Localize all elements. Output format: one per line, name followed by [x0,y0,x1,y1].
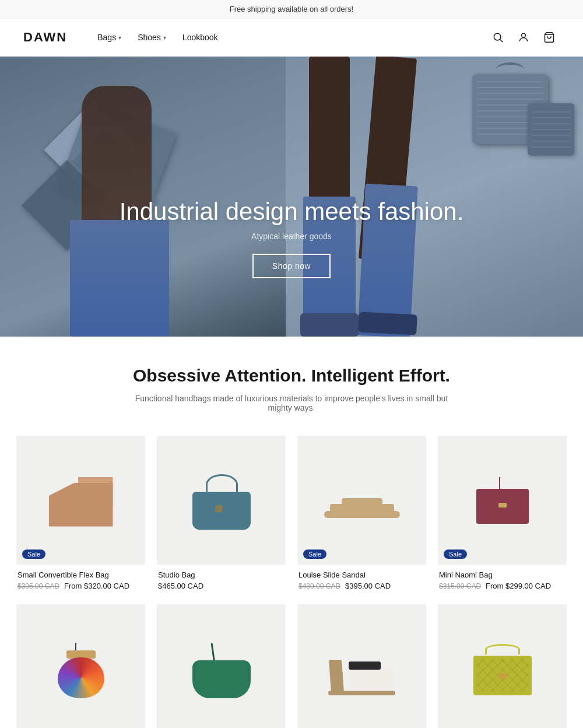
hero-side-bag [528,103,574,156]
banner-text: Free shipping available on all orders! [230,5,353,13]
header-icons [487,27,560,48]
shoe-strap [349,662,381,670]
product-image-wrap: Sale [16,436,145,565]
section-description: Functional handbags made of luxurious ma… [128,394,455,412]
price-current: $465.00 CAD [158,582,203,590]
product-prices: $315.00 CAD From $299.00 CAD [439,582,566,590]
product-info: Mini Naomi Bag $315.00 CAD From $299.00 … [438,565,567,593]
product-info: Small Convertible Flex Bag $395.00 CAD F… [16,565,145,593]
hero-shoe-left [300,313,359,337]
product-grid: Sale Small Convertible Flex Bag $395.00 … [0,430,583,728]
sandal-sole [324,511,400,518]
product-image-wrap [157,604,286,728]
product-illustration [157,436,286,565]
hero-shoe-right [358,312,417,335]
product-card[interactable]: Sale Mini Naomi Bag $315.00 CAD From $29… [432,430,573,598]
product-illustration [16,604,145,728]
hero-text-overlay: Industrial design meets fashion. Atypica… [117,198,466,278]
bag-naomi-graphic [473,477,532,524]
nav-item-bags[interactable]: Bags ▾ [90,28,128,47]
bag-clasp [498,503,507,508]
bag-body [58,657,104,698]
nav-item-lookbook[interactable]: Lookbook [175,28,225,47]
product-illustration [157,604,286,728]
product-prices: $395.00 CAD From $320.00 CAD [17,582,144,590]
price-original: $430.00 CAD [298,582,340,590]
product-illustration [438,436,567,565]
price-original: $315.00 CAD [439,582,481,590]
product-card[interactable]: Studio Bag $465.00 CAD [151,430,292,598]
product-image-wrap [157,436,286,565]
bag-clasp [215,505,222,512]
bag-brick-graphic [470,643,535,695]
nav-bags-label: Bags [97,33,116,42]
svg-point-0 [494,33,501,40]
product-card[interactable]: Sale Small Convertible Flex Bag $395.00 … [10,430,151,598]
product-card[interactable]: Pleated Heel Mule $495.00 CAD [292,598,432,728]
bag-handle [485,644,520,654]
bag-helix-graphic [46,640,116,698]
bag-convertible-graphic [46,474,116,527]
price-current: From $320.00 CAD [64,582,129,590]
price-current: From $299.00 CAD [486,582,551,590]
bag-clasp [498,673,507,679]
product-illustration [16,436,145,565]
product-illustration [297,604,426,728]
product-image-wrap: Sale [438,436,567,565]
hero-section: Industrial design meets fashion. Atypica… [0,57,583,337]
product-image-wrap [438,604,567,728]
announcement-banner: Free shipping available on all orders! [0,0,583,19]
product-card[interactable]: Sale Louise Slide Sandal $430.00 CAD $39… [292,430,432,598]
section-headline: Obsessive Attention. Intelligent Effort. [23,366,560,386]
shoe-upper [350,668,394,688]
product-info: Louise Slide Sandal $430.00 CAD $395.00 … [297,565,426,593]
product-prices: $430.00 CAD $395.00 CAD [298,582,425,590]
bag-strap [499,477,500,490]
nav-shoes-label: Shoes [138,33,161,42]
product-card[interactable]: Bo Ivy $390.00 CAD [151,598,292,728]
sale-badge: Sale [22,550,45,559]
shoe-heel [329,660,344,692]
account-button[interactable] [513,27,534,48]
svg-point-2 [522,33,526,37]
chevron-down-icon: ▾ [118,34,121,41]
hero-side-bag-texture [531,107,571,152]
main-nav: Bags ▾ Shoes ▾ Lookbook [90,28,487,47]
product-card[interactable]: Helix $470.00 CAD [10,598,151,728]
hero-right-image [286,57,583,337]
site-header: DAWN Bags ▾ Shoes ▾ Lookbook [0,19,583,57]
svg-line-1 [500,40,503,43]
section-title-area: Obsessive Attention. Intelligent Effort.… [0,337,583,430]
bag-studio-graphic [189,471,254,530]
site-logo[interactable]: DAWN [23,30,67,45]
nav-lookbook-label: Lookbook [182,33,218,42]
search-button[interactable] [487,27,508,48]
price-original: $395.00 CAD [17,582,59,590]
product-image-wrap: Sale [297,436,426,565]
hero-left-image [0,57,286,337]
sandal-graphic [324,483,400,518]
shoe-sole [328,691,395,695]
product-name: Louise Slide Sandal [298,570,425,579]
sale-badge: Sale [303,550,326,559]
hero-headline: Industrial design meets fashion. [117,198,466,226]
product-info: Studio Bag $465.00 CAD [157,565,286,593]
product-name: Small Convertible Flex Bag [17,570,144,579]
sale-badge: Sale [444,550,467,559]
hero-subtitle: Atypical leather goods [117,232,466,241]
chevron-down-icon: ▾ [163,34,166,41]
product-illustration [438,604,567,728]
product-name: Studio Bag [158,570,285,579]
price-current: $395.00 CAD [345,582,391,590]
product-image-wrap [16,604,145,728]
bag-body [192,660,251,698]
bag-body [49,483,113,527]
cart-button[interactable] [539,27,560,48]
product-prices: $465.00 CAD [158,582,285,590]
bag-boivy-graphic [189,640,254,698]
nav-item-shoes[interactable]: Shoes ▾ [131,28,173,47]
product-image-wrap [297,604,426,728]
product-illustration [297,436,426,565]
product-card[interactable]: Brick $385.00 CAD [432,598,573,728]
hero-cta-button[interactable]: Shop now [252,254,331,278]
